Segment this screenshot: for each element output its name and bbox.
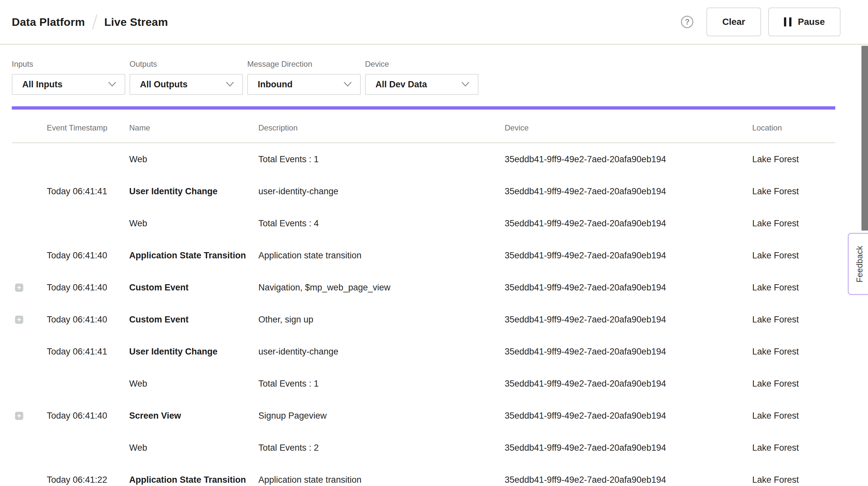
feedback-tab[interactable]: Feedback bbox=[848, 233, 868, 295]
clear-button-label: Clear bbox=[722, 17, 745, 27]
table-header-row: Event TimestampNameDescriptionDeviceLoca… bbox=[12, 110, 835, 143]
feedback-tab-label: Feedback bbox=[855, 246, 864, 282]
device-cell: 35eddb41-9ff9-49e2-7aed-20afa90eb194 bbox=[505, 218, 752, 229]
location-cell: Lake Forest bbox=[752, 379, 835, 389]
location-cell: Lake Forest bbox=[752, 218, 835, 229]
column-header: Description bbox=[258, 123, 505, 132]
location-cell: Lake Forest bbox=[752, 186, 835, 196]
filter-label: Device bbox=[365, 60, 478, 69]
filter-selected-value: All Inputs bbox=[22, 80, 62, 90]
breadcrumb-item-live-stream: Live Stream bbox=[104, 16, 168, 28]
breadcrumb-item-data-platform[interactable]: Data Platform bbox=[12, 16, 85, 28]
expand-plus-icon[interactable]: + bbox=[15, 412, 23, 420]
filter-dropdown[interactable]: All Dev Data bbox=[365, 74, 478, 95]
filter-group: Outputs All Outputs bbox=[129, 60, 243, 95]
location-cell: Lake Forest bbox=[752, 250, 835, 261]
location-cell: Lake Forest bbox=[752, 154, 835, 164]
column-header: Location bbox=[752, 123, 835, 132]
event-timestamp-cell: Today 06:41:40 bbox=[47, 250, 129, 261]
table-row[interactable]: + Today 06:41:40 Custom Event Other, sig… bbox=[12, 304, 835, 336]
device-cell: 35eddb41-9ff9-49e2-7aed-20afa90eb194 bbox=[505, 186, 752, 196]
table-row[interactable]: + Today 06:41:41 User Identity Change us… bbox=[12, 336, 835, 368]
event-timestamp-cell: Today 06:41:22 bbox=[47, 475, 129, 485]
help-icon[interactable]: ? bbox=[681, 16, 693, 28]
expand-plus-icon[interactable]: + bbox=[15, 315, 23, 324]
device-cell: 35eddb41-9ff9-49e2-7aed-20afa90eb194 bbox=[505, 379, 752, 389]
expand-plus-icon[interactable]: + bbox=[15, 283, 23, 292]
device-cell: 35eddb41-9ff9-49e2-7aed-20afa90eb194 bbox=[505, 154, 752, 164]
event-name-cell: User Identity Change bbox=[129, 347, 258, 357]
table-body: + Web Total Events : 1 35eddb41-9ff9-49e… bbox=[12, 143, 835, 486]
table-row[interactable]: + Today 06:41:40 Custom Event Navigation… bbox=[12, 271, 835, 304]
filter-group: Message Direction Inbound bbox=[247, 60, 361, 95]
event-timestamp-cell: Today 06:41:40 bbox=[47, 282, 129, 293]
event-name-cell: Web bbox=[129, 379, 258, 389]
breadcrumb-separator-icon bbox=[92, 14, 97, 30]
device-cell: 35eddb41-9ff9-49e2-7aed-20afa90eb194 bbox=[505, 315, 752, 325]
table-row[interactable]: + Web Total Events : 1 35eddb41-9ff9-49e… bbox=[12, 368, 835, 400]
expander-cell: + bbox=[12, 283, 47, 292]
event-name-cell: Web bbox=[129, 218, 258, 229]
chevron-down-icon bbox=[108, 82, 116, 87]
column-header: Name bbox=[129, 123, 258, 132]
button-row: Clear Pause bbox=[707, 7, 840, 36]
device-cell: 35eddb41-9ff9-49e2-7aed-20afa90eb194 bbox=[505, 443, 752, 453]
description-cell: user-identity-change bbox=[258, 347, 505, 357]
description-cell: Total Events : 1 bbox=[258, 379, 505, 389]
description-cell: Application state transition bbox=[258, 475, 505, 485]
clear-button[interactable]: Clear bbox=[707, 7, 761, 36]
accent-bar bbox=[12, 106, 835, 110]
device-cell: 35eddb41-9ff9-49e2-7aed-20afa90eb194 bbox=[505, 475, 752, 485]
device-cell: 35eddb41-9ff9-49e2-7aed-20afa90eb194 bbox=[505, 411, 752, 421]
event-name-cell: Custom Event bbox=[129, 282, 258, 293]
filter-label: Outputs bbox=[129, 60, 243, 69]
event-name-cell: Application State Transition bbox=[129, 250, 258, 261]
description-cell: Navigation, $mp_web_page_view bbox=[258, 282, 505, 293]
column-header: Device bbox=[505, 123, 752, 132]
expander-cell: + bbox=[12, 315, 47, 324]
description-cell: Total Events : 1 bbox=[258, 154, 505, 164]
event-timestamp-cell: Today 06:41:41 bbox=[47, 186, 129, 196]
pause-icon bbox=[784, 17, 792, 27]
table-row[interactable]: + Today 06:41:40 Application State Trans… bbox=[12, 239, 835, 271]
vertical-scrollbar-thumb[interactable] bbox=[862, 46, 868, 231]
event-timestamp-cell: Today 06:41:40 bbox=[47, 315, 129, 325]
filter-label: Inputs bbox=[12, 60, 125, 69]
filter-selected-value: Inbound bbox=[258, 80, 292, 90]
table-row[interactable]: + Web Total Events : 2 35eddb41-9ff9-49e… bbox=[12, 432, 835, 464]
description-cell: Application state transition bbox=[258, 250, 505, 261]
filter-selected-value: All Dev Data bbox=[375, 80, 427, 90]
description-cell: Signup Pageview bbox=[258, 411, 505, 421]
table-row[interactable]: + Web Total Events : 1 35eddb41-9ff9-49e… bbox=[12, 143, 835, 175]
filter-group: Inputs All Inputs bbox=[12, 60, 125, 95]
table-row[interactable]: + Today 06:41:22 Application State Trans… bbox=[12, 464, 835, 486]
chevron-down-icon bbox=[344, 82, 351, 87]
pause-button[interactable]: Pause bbox=[768, 7, 841, 36]
location-cell: Lake Forest bbox=[752, 475, 835, 485]
event-timestamp-cell: Today 06:41:40 bbox=[47, 411, 129, 421]
location-cell: Lake Forest bbox=[752, 347, 835, 357]
table-row[interactable]: + Today 06:41:41 User Identity Change us… bbox=[12, 175, 835, 207]
device-cell: 35eddb41-9ff9-49e2-7aed-20afa90eb194 bbox=[505, 250, 752, 261]
table-row[interactable]: + Web Total Events : 4 35eddb41-9ff9-49e… bbox=[12, 207, 835, 239]
event-timestamp-cell: Today 06:41:41 bbox=[47, 347, 129, 357]
pause-button-label: Pause bbox=[798, 17, 825, 27]
event-name-cell: Web bbox=[129, 443, 258, 453]
location-cell: Lake Forest bbox=[752, 443, 835, 453]
device-cell: 35eddb41-9ff9-49e2-7aed-20afa90eb194 bbox=[505, 282, 752, 293]
location-cell: Lake Forest bbox=[752, 282, 835, 293]
chevron-down-icon bbox=[226, 82, 234, 87]
filter-dropdown[interactable]: All Outputs bbox=[129, 74, 243, 95]
description-cell: Other, sign up bbox=[258, 315, 505, 325]
filter-selected-value: All Outputs bbox=[140, 80, 187, 90]
column-header: Event Timestamp bbox=[47, 123, 129, 132]
event-name-cell: User Identity Change bbox=[129, 186, 258, 196]
device-cell: 35eddb41-9ff9-49e2-7aed-20afa90eb194 bbox=[505, 347, 752, 357]
filter-dropdown[interactable]: All Inputs bbox=[12, 74, 125, 95]
filter-dropdown[interactable]: Inbound bbox=[247, 74, 361, 95]
chevron-down-icon bbox=[462, 82, 469, 87]
location-cell: Lake Forest bbox=[752, 411, 835, 421]
event-name-cell: Web bbox=[129, 154, 258, 164]
table-row[interactable]: + Today 06:41:40 Screen View Signup Page… bbox=[12, 400, 835, 432]
event-name-cell: Screen View bbox=[129, 411, 258, 421]
